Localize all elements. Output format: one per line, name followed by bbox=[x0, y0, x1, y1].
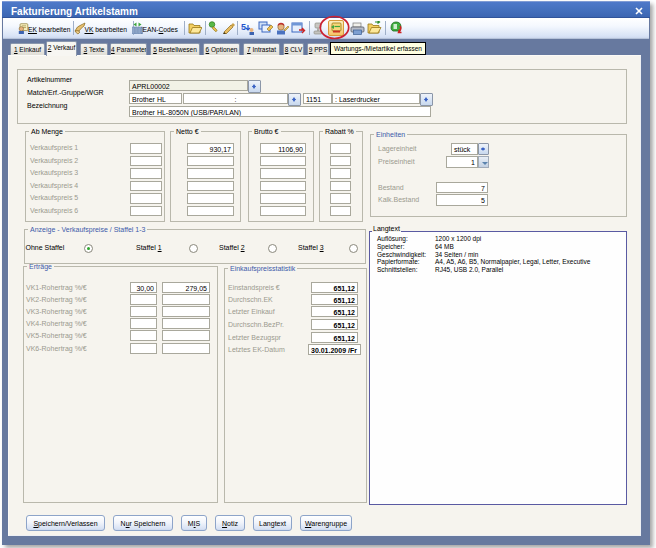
svg-text:5: 5 bbox=[241, 22, 246, 32]
